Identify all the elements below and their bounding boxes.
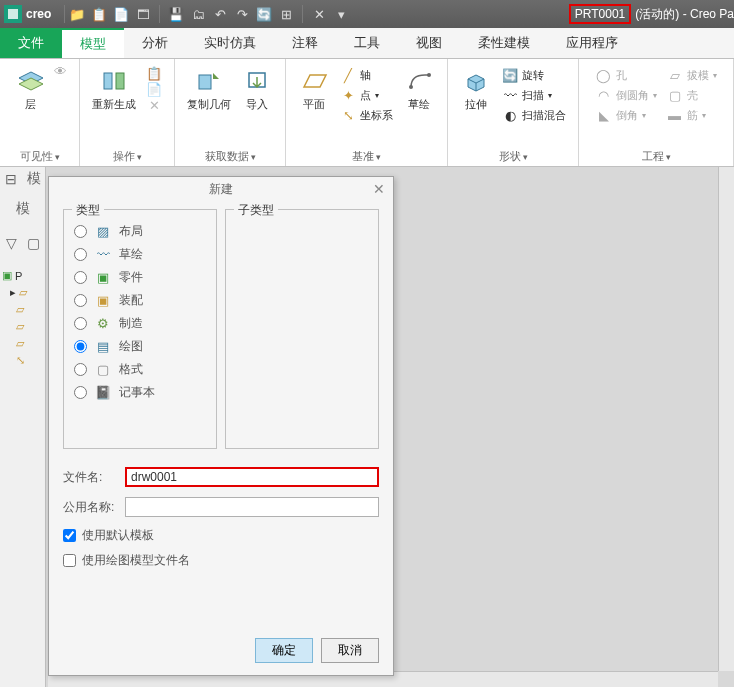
svg-rect-0 [8,9,18,19]
undo-icon[interactable]: ↶ [211,5,229,23]
type-sketch[interactable]: 〰草绘 [74,243,206,266]
shell-button[interactable]: ▢壳 [667,85,717,105]
type-legend: 类型 [72,202,104,219]
axis-button[interactable]: ╱轴 [340,65,393,85]
tab-realtime[interactable]: 实时仿真 [186,28,274,58]
rib-icon: ▬ [667,107,683,123]
plane-button[interactable]: 平面 [294,63,334,127]
tree-plane-node3[interactable]: ▱ [2,318,27,335]
tree-part-node[interactable]: ▣P [2,267,27,284]
eye-icon[interactable]: 👁 [53,63,69,79]
assembly-icon: ▣ [95,293,111,309]
common-name-row: 公用名称: [63,497,379,517]
app-logo-icon [4,5,22,23]
type-layout[interactable]: ▨布局 [74,220,206,243]
open-icon[interactable]: 📁 [68,5,86,23]
svg-rect-3 [199,75,211,89]
layer-label: 层 [25,97,36,112]
dialog-title: 新建 [209,181,233,198]
tab-flex[interactable]: 柔性建模 [460,28,548,58]
paste-small-icon[interactable]: 📄 [146,81,162,97]
svg-point-5 [409,85,413,89]
extrude-label: 拉伸 [465,97,487,112]
use-drawing-model-label: 使用绘图模型文件名 [82,552,190,569]
draft-icon: ▱ [667,67,683,83]
regen-label: 重新生成 [92,97,136,112]
type-mfg[interactable]: ⚙制造 [74,312,206,335]
sketch-button[interactable]: 草绘 [399,63,439,127]
sweep-button[interactable]: 〰扫描▾ [502,85,566,105]
new-dialog: 新建 ✕ 类型 ▨布局 〰草绘 ▣零件 ▣装配 ⚙制造 ▤绘图 ▢格式 📓记事本… [48,176,394,676]
round-button[interactable]: ◠倒圆角▾ [596,85,657,105]
tab-tools[interactable]: 工具 [336,28,398,58]
settings-icon[interactable]: ▢ [23,231,46,255]
tab-analysis[interactable]: 分析 [124,28,186,58]
saveall-icon[interactable]: 🗂 [189,5,207,23]
tree-csys-node[interactable]: ⤡ [2,352,27,369]
vertical-scrollbar[interactable] [718,167,734,671]
filename-row: 文件名: [63,467,379,487]
type-format[interactable]: ▢格式 [74,358,206,381]
sketch-type-icon: 〰 [95,247,111,263]
type-drawing[interactable]: ▤绘图 [74,335,206,358]
hole-button[interactable]: ◯孔 [596,65,657,85]
common-name-input[interactable] [125,497,379,517]
sweepblend-button[interactable]: ◐扫描混合 [502,105,566,125]
type-assembly[interactable]: ▣装配 [74,289,206,312]
tab-annotate[interactable]: 注释 [274,28,336,58]
windows-icon[interactable]: ⊞ [277,5,295,23]
shell-icon: ▢ [667,87,683,103]
window-icon[interactable]: 🗔 [134,5,152,23]
ribbon: 层 👁 可见性▾ 重新生成 📋 📄 ✕ 操作▾ [0,59,734,167]
quick-access-toolbar: 📁 📋 📄 🗔 💾 🗂 ↶ ↷ 🔄 ⊞ ✕ ▾ [68,5,350,23]
rib-button[interactable]: ▬筋▾ [667,105,717,125]
extrude-icon [460,65,492,97]
sketch-icon [403,65,435,97]
chamfer-button[interactable]: ◣倒角▾ [596,105,657,125]
dialog-close-icon[interactable]: ✕ [373,181,385,197]
save-icon[interactable]: 💾 [167,5,185,23]
extrude-button[interactable]: 拉伸 [456,63,496,127]
copygeo-button[interactable]: 复制几何 [183,63,235,114]
cancel-button[interactable]: 取消 [321,638,379,663]
delete-small-icon[interactable]: ✕ [146,97,162,113]
draft-button[interactable]: ▱拔模▾ [667,65,717,85]
use-drawing-model-checkbox[interactable] [63,554,76,567]
tree-icon[interactable]: ⊟ [0,167,23,191]
group-datum: 平面 ╱轴 ✦点▾ ⤡坐标系 草绘 基准▾ [286,59,448,166]
use-default-template-row[interactable]: 使用默认模板 [63,527,379,544]
sweepblend-icon: ◐ [502,107,518,123]
copy-icon[interactable]: 📋 [90,5,108,23]
type-part[interactable]: ▣零件 [74,266,206,289]
redo-icon[interactable]: ↷ [233,5,251,23]
tab-view[interactable]: 视图 [398,28,460,58]
format-icon: ▢ [95,362,111,378]
new-icon[interactable]: 📄 [112,5,130,23]
dropdown-icon[interactable]: ▾ [332,5,350,23]
tree-plane-node4[interactable]: ▱ [2,335,27,352]
use-drawing-model-row[interactable]: 使用绘图模型文件名 [63,552,379,569]
type-notebook[interactable]: 📓记事本 [74,381,206,404]
tree-plane-node[interactable]: ▸▱ [2,284,27,301]
tree-header2: 模 [0,197,45,221]
use-default-template-label: 使用默认模板 [82,527,154,544]
regen-button[interactable]: 重新生成 [88,63,140,115]
revolve-button[interactable]: 🔄旋转 [502,65,566,85]
close-icon[interactable]: ✕ [310,5,328,23]
eng-group-label: 工程▾ [579,149,733,164]
ok-button[interactable]: 确定 [255,638,313,663]
copy-small-icon[interactable]: 📋 [146,65,162,81]
import-button[interactable]: 导入 [237,63,277,114]
layer-button[interactable]: 层 [11,63,51,114]
csys-button[interactable]: ⤡坐标系 [340,105,393,125]
use-default-template-checkbox[interactable] [63,529,76,542]
tab-apps[interactable]: 应用程序 [548,28,636,58]
tree-plane-node2[interactable]: ▱ [2,301,27,318]
tab-file[interactable]: 文件 [0,28,62,58]
regen-icon[interactable]: 🔄 [255,5,273,23]
point-button[interactable]: ✦点▾ [340,85,393,105]
ribbon-tabs: 文件 模型 分析 实时仿真 注释 工具 视图 柔性建模 应用程序 [0,28,734,59]
filename-input[interactable] [125,467,379,487]
filter-icon[interactable]: ▽ [0,231,23,255]
tab-model[interactable]: 模型 [62,28,124,58]
